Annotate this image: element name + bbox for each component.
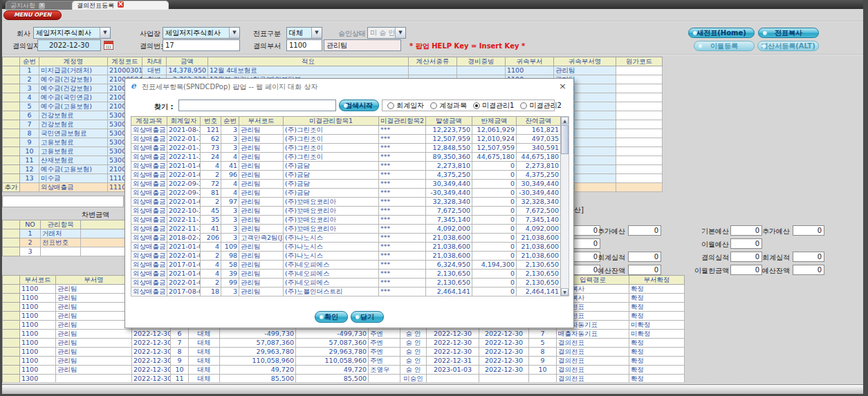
budget-field[interactable]: 0 xyxy=(793,265,824,275)
budget-field[interactable]: 0 xyxy=(628,225,661,236)
header-row: 순번계정명계정코드차/대금액적요계산서종류경비증빙귀속부서귀속부서명원가코드 xyxy=(3,57,663,66)
calendar-icon[interactable] xyxy=(104,41,113,50)
cell: 국민연금보험료 xyxy=(39,129,108,138)
table-row[interactable]: 1100관리팀2022-12-309대체110,058,960110,058,9… xyxy=(3,357,685,366)
cell: 2022-12-30 xyxy=(132,339,171,348)
row-header xyxy=(3,247,20,256)
budget-field[interactable]: 0 xyxy=(730,225,762,236)
find-label: 찾기 : xyxy=(154,102,173,112)
tab-slip-entry-label: 결의전표등록 xyxy=(77,2,114,9)
cell: 확정 xyxy=(629,375,685,383)
site-select[interactable]: 제일저지주식회사 ▼ xyxy=(163,27,240,39)
table-row[interactable]: 외상매출금2022-09-30814관리팀(주)금담***-30,349,440… xyxy=(131,189,561,198)
table-row[interactable]: 1100관리팀2022-12-306대체-499,730-499,730주엔승 … xyxy=(3,330,685,339)
table-row[interactable]: 외상매출금2022-01-00298관리팀(주)나노시스***21,038,60… xyxy=(131,252,561,261)
cell: 21,038,600 xyxy=(426,252,472,261)
chevron-down-icon[interactable]: ▼ xyxy=(100,28,110,38)
scroll-down-icon[interactable]: ▼ xyxy=(561,288,569,296)
chevron-down-icon[interactable]: ▼ xyxy=(311,28,322,38)
table-row[interactable]: 외상매출금2022-11-30244관리팀(주)그린조이***89,350,36… xyxy=(131,153,561,162)
table-row[interactable]: 외상매출금2022-10-31453관리팀(주)꼬매요코리아***7,672,5… xyxy=(131,207,561,216)
radio-icon[interactable] xyxy=(430,102,437,109)
table-row[interactable]: 외상매출금2022-09-30724관리팀(주)금담***30,349,4400… xyxy=(131,180,561,189)
ok-button[interactable]: 확인 xyxy=(315,311,348,323)
cell: *** xyxy=(379,171,426,180)
table-row[interactable]: 외상매출금2017-08-01183관리팀(주)노블인더스트리***2,464,… xyxy=(131,287,561,296)
cell: (주)꼬매요코리아 xyxy=(284,225,379,234)
copy-slip-button[interactable]: 전표복사 xyxy=(758,28,819,38)
radio-icon[interactable] xyxy=(520,102,527,109)
table-row[interactable]: 외상매출금2017-01-00458관리팀(주)네오피에스***6,324,95… xyxy=(131,261,561,270)
search-button[interactable]: 검색시작 xyxy=(339,100,379,111)
slip-no-field[interactable]: 17 xyxy=(163,39,240,51)
radio-미결관리2[interactable]: 미결관리2 xyxy=(520,101,561,111)
budget-field[interactable]: 0 xyxy=(793,225,824,236)
table-row[interactable]: 1100관리팀2022-12-308대체29,963,78029,963,780… xyxy=(3,348,685,357)
cell: *** xyxy=(379,162,426,171)
cell: 외상매출금 xyxy=(131,216,167,225)
cell: 2,464,141 xyxy=(517,287,561,296)
table-row[interactable]: 외상매출금2021-08-311213관리팀(주)그린조이***12,223,7… xyxy=(131,126,561,135)
cell xyxy=(616,174,663,183)
scrollbar-thumb[interactable] xyxy=(561,125,569,154)
cell xyxy=(41,247,81,256)
tab-notice[interactable]: 공지사항× xyxy=(6,1,79,10)
table-row[interactable]: 외상매출금2022-01-00299관리팀(주)네오피에스***2,130,65… xyxy=(131,279,561,287)
budget-field[interactable]: 0 xyxy=(730,252,762,262)
cell: 5 xyxy=(529,339,557,348)
table-row[interactable]: 외상매출금2022-01-31733관리팀(주)그린조이***12,848,55… xyxy=(131,144,561,153)
table-row[interactable]: 외상매출금2022-01-31623관리팀(주)그린조이***12,507,95… xyxy=(131,135,561,144)
close-icon[interactable]: × xyxy=(39,3,45,9)
popup-scrollbar[interactable]: ▲ ▼ xyxy=(560,116,569,296)
budget-field[interactable]: 0 xyxy=(730,238,762,249)
dept-code-field[interactable]: 1100 xyxy=(286,39,322,51)
new-slip-button[interactable]: 새전표(Home) xyxy=(688,28,755,38)
cell: 2017-01-00 xyxy=(167,261,201,270)
table-row[interactable]: 외상매출금2022-11-30413관리팀(주)꼬매요코리아***4,092,0… xyxy=(131,225,561,234)
radio-미결관리1[interactable]: 미결관리1 xyxy=(473,101,514,111)
budget-field[interactable]: 0 xyxy=(628,252,661,262)
radio-label: 회계일자 xyxy=(396,101,424,111)
table-row[interactable]: 외상매출금2021-01-00439관리팀(주)네오피에스***2,130,65… xyxy=(131,270,561,279)
table-row[interactable]: 외상매출금2018-02-282063고객만족2팀(J2(주)나노시스***21… xyxy=(131,234,561,243)
tab-slip-entry[interactable]: 결의전표등록× xyxy=(72,1,169,10)
budget-field[interactable]: 0 xyxy=(793,252,824,262)
table-row[interactable]: 외상매출금2022-01-00297관리팀(주)꼬매요코리아***32,328,… xyxy=(131,198,561,207)
cell: 41 xyxy=(221,162,239,171)
table-row[interactable]: 외상매출금2021-01-004109관리팀(주)나노시스***21,038,6… xyxy=(131,243,561,252)
date-field[interactable]: 2022-12-30 xyxy=(37,39,101,51)
cell: 확정 xyxy=(629,357,685,366)
cell: 7 xyxy=(20,120,39,129)
radio-계정과목[interactable]: 계정과목 xyxy=(430,101,467,111)
budget-field[interactable]: 0 xyxy=(730,265,762,275)
row-header xyxy=(3,339,20,348)
table-row[interactable]: 13002022-12-3011대체85,50085,500미승인결의전표확정 xyxy=(3,375,685,383)
cell: 0 xyxy=(472,162,517,171)
table-row[interactable]: 1100관리팀2022-12-307대체57,087,36057,087,360… xyxy=(3,339,685,348)
column-header: 잔여금액 xyxy=(517,117,561,126)
cell: (주)네오피에스 xyxy=(284,261,379,270)
table-row[interactable]: 외상매출금2021-01-00441관리팀(주)금담***2,273,81002… xyxy=(131,162,561,171)
cell: 3 xyxy=(20,247,41,256)
table-row[interactable]: 외상매출금2022-11-30353관리팀(주)꼬매요코리아***7,345,1… xyxy=(131,216,561,225)
radio-icon[interactable] xyxy=(473,102,480,109)
company-select[interactable]: 제일저지주식회사 ▼ xyxy=(33,27,111,39)
cell: 49,720 xyxy=(296,366,369,375)
menu-open-button[interactable]: MENU OPEN xyxy=(3,10,62,20)
table-row[interactable]: 외상매출금2022-01-00296관리팀(주)금담***4,375,25004… xyxy=(131,171,561,180)
close-icon[interactable]: × xyxy=(559,81,566,91)
search-input[interactable] xyxy=(178,100,336,111)
scroll-up-icon[interactable]: ▲ xyxy=(561,117,569,124)
table-row[interactable]: 1100관리팀2022-12-3010대체49,72049,720조영우승 인2… xyxy=(3,366,685,375)
cell: 1 xyxy=(20,229,41,238)
cell: 2022-11-30 xyxy=(167,225,201,234)
budget-field[interactable]: 0 xyxy=(628,265,661,275)
cell: 관리팀 xyxy=(239,287,284,296)
slip-type-select[interactable]: 대체 ▼ xyxy=(286,27,322,39)
table-row[interactable]: 1미지급금(거래처)21000301대변14,378,95012월 4대보험료1… xyxy=(3,66,663,75)
radio-회계일자[interactable]: 회계일자 xyxy=(387,101,424,111)
chevron-down-icon[interactable]: ▼ xyxy=(229,28,239,38)
popup-close-button[interactable]: 닫기 xyxy=(351,311,384,323)
radio-icon[interactable] xyxy=(387,102,394,109)
close-icon[interactable]: × xyxy=(118,1,124,8)
